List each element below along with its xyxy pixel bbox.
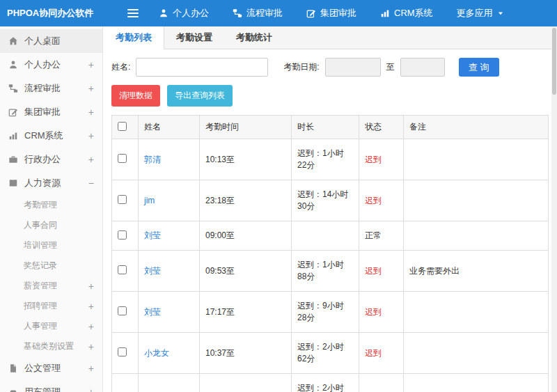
sidebar-item-admin-office[interactable]: 行政办公 +	[0, 148, 102, 171]
table-row: 刘莹 09:53至 迟到：1小时88分 迟到 业务需要外出	[112, 251, 549, 292]
sidebar-subitem-label: 基础类别设置	[24, 340, 74, 352]
employee-name-link[interactable]: 小龙女	[139, 333, 200, 374]
nav-item-group-approval[interactable]: 集团审批	[306, 7, 356, 19]
expand-icon[interactable]: +	[88, 342, 94, 352]
employee-name-link[interactable]: 刘莹	[139, 251, 200, 292]
sidebar-item-label: 集团审批	[24, 106, 61, 118]
nav-item-crm[interactable]: CRM系统	[380, 7, 433, 19]
employee-name-link[interactable]: 刘莹	[139, 221, 200, 251]
row-checkbox[interactable]	[118, 230, 127, 240]
expand-icon[interactable]: +	[88, 387, 94, 392]
table-row: 刘莹 17:17至 迟到：9小时28分 迟到	[112, 292, 549, 333]
edit-icon	[8, 107, 18, 117]
date-to-input[interactable]	[400, 58, 445, 77]
sidebar-subitem-hr-contract[interactable]: 人事合同	[0, 215, 102, 235]
nav-item-more-apps[interactable]: 更多应用	[457, 7, 504, 19]
app-brand: PHPOA协同办公软件	[0, 7, 120, 19]
expand-icon[interactable]: +	[88, 131, 94, 141]
row-checkbox[interactable]	[118, 347, 127, 356]
remark: 1111	[404, 374, 549, 392]
remark	[404, 139, 549, 180]
expand-icon[interactable]: +	[88, 363, 94, 373]
row-checkbox[interactable]	[118, 195, 127, 204]
query-button[interactable]: 查 询	[459, 58, 499, 77]
caret-down-icon	[497, 10, 504, 17]
employee-name-link[interactable]: 刘莹	[139, 292, 200, 333]
expand-icon[interactable]: +	[88, 155, 94, 164]
clear-data-button[interactable]: 清理数据	[111, 85, 160, 107]
sidebar-item-crm[interactable]: CRM系统 +	[0, 124, 102, 148]
status-badge: 迟到	[359, 180, 404, 221]
nav-item-personal-office[interactable]: 个人办公	[159, 7, 209, 19]
sidebar-subitem-training-mgmt[interactable]: 培训管理	[0, 235, 102, 256]
attendance-time: 10:37至	[200, 333, 292, 374]
date-filter-label: 考勤日期:	[283, 61, 319, 73]
table-row: 管理员 10:54至10:54 迟到：2小时90分 早退：7小时10分 迟到/早…	[112, 374, 549, 392]
row-checkbox[interactable]	[118, 154, 127, 163]
expand-icon[interactable]: +	[88, 301, 94, 311]
employee-name-link[interactable]: 管理员	[139, 374, 200, 392]
collapse-icon[interactable]: −	[88, 178, 94, 188]
status-badge: 迟到	[359, 333, 404, 374]
scrollbar-thumb[interactable]	[552, 28, 556, 95]
sidebar-item-label: 流程审批	[24, 82, 61, 95]
sidebar-subitem-recruitment-mgmt[interactable]: 招聘管理 +	[0, 296, 102, 316]
attendance-time: 23:18至	[200, 180, 292, 221]
col-header-duration: 时长	[292, 116, 359, 139]
table-row: jim 23:18至 迟到：14小时30分 迟到	[112, 180, 549, 221]
nav-item-label: 更多应用	[457, 7, 493, 19]
tab-attendance-settings[interactable]: 考勤设置	[164, 26, 224, 49]
status-badge: 迟到	[359, 139, 404, 180]
sidebar-item-group-approval[interactable]: 集团审批 +	[0, 100, 102, 124]
expand-icon[interactable]: +	[88, 322, 94, 331]
attendance-time: 17:17至	[200, 292, 292, 333]
duration: 迟到：2小时62分	[292, 333, 359, 374]
duration: 迟到：2小时90分 早退：7小时10分	[292, 374, 359, 392]
attendance-time: 09:00至	[200, 221, 292, 251]
sidebar-subitem-salary-mgmt[interactable]: 薪资管理 +	[0, 276, 102, 296]
nav-item-label: 流程审批	[246, 7, 283, 19]
sidebar-item-hr[interactable]: 人力资源 −	[0, 171, 102, 195]
remark: 业务需要外出	[404, 251, 549, 292]
sidebar-subitem-personnel-mgmt[interactable]: 人事管理 +	[0, 316, 102, 336]
expand-icon[interactable]: +	[88, 60, 94, 70]
sidebar-subitem-reward-punishment[interactable]: 奖惩记录	[0, 256, 102, 276]
sidebar-item-label: 个人桌面	[24, 35, 61, 47]
sidebar-subitem-attendance-mgmt[interactable]: 考勤管理	[0, 195, 102, 215]
tab-attendance-stats[interactable]: 考勤统计	[224, 26, 284, 49]
export-list-button[interactable]: 导出查询列表	[167, 85, 233, 107]
sidebar-item-personal-office[interactable]: 个人办公 +	[0, 53, 102, 77]
sidebar-item-workflow-approval[interactable]: 流程审批 +	[0, 77, 102, 100]
vertical-scrollbar[interactable]	[551, 26, 557, 392]
top-navigation: 个人办公 流程审批 集团审批 CRM系统 更多应用	[159, 7, 504, 19]
briefcase-icon	[8, 155, 18, 164]
row-checkbox[interactable]	[118, 265, 127, 274]
attendance-time: 10:13至	[200, 139, 292, 180]
duration: 迟到：1小时88分	[292, 251, 359, 292]
sidebar-subitem-base-category-settings[interactable]: 基础类别设置 +	[0, 336, 102, 356]
menu-toggle-button[interactable]	[120, 9, 146, 17]
expand-icon[interactable]: +	[88, 84, 94, 93]
col-header-remark: 备注	[404, 116, 549, 139]
name-filter-input[interactable]	[136, 58, 268, 77]
chart-icon	[8, 131, 18, 141]
nav-item-workflow-approval[interactable]: 流程审批	[233, 7, 283, 19]
expand-icon[interactable]: +	[88, 107, 94, 117]
employee-name-link[interactable]: jim	[139, 180, 200, 221]
duration: 迟到：1小时22分	[292, 139, 359, 180]
document-icon	[8, 363, 18, 373]
tab-attendance-list[interactable]: 考勤列表	[103, 26, 164, 49]
sidebar: 个人桌面 个人办公 + 流程审批 + 集团审批 +	[0, 26, 103, 392]
sidebar-item-desktop[interactable]: 个人桌面	[0, 29, 102, 53]
select-all-checkbox[interactable]	[118, 122, 127, 131]
date-from-input[interactable]	[325, 58, 381, 77]
sidebar-item-vehicle-mgmt[interactable]: 用车管理 +	[0, 380, 102, 392]
expand-icon[interactable]: +	[88, 281, 94, 291]
sidebar-item-document-mgmt[interactable]: 公文管理 +	[0, 356, 102, 380]
edit-icon	[306, 8, 316, 18]
status-badge: 正常	[359, 221, 404, 251]
date-to-label: 至	[386, 61, 395, 73]
row-checkbox[interactable]	[118, 306, 127, 315]
attendance-time: 10:54至10:54	[200, 374, 292, 392]
employee-name-link[interactable]: 郭清	[139, 139, 200, 180]
